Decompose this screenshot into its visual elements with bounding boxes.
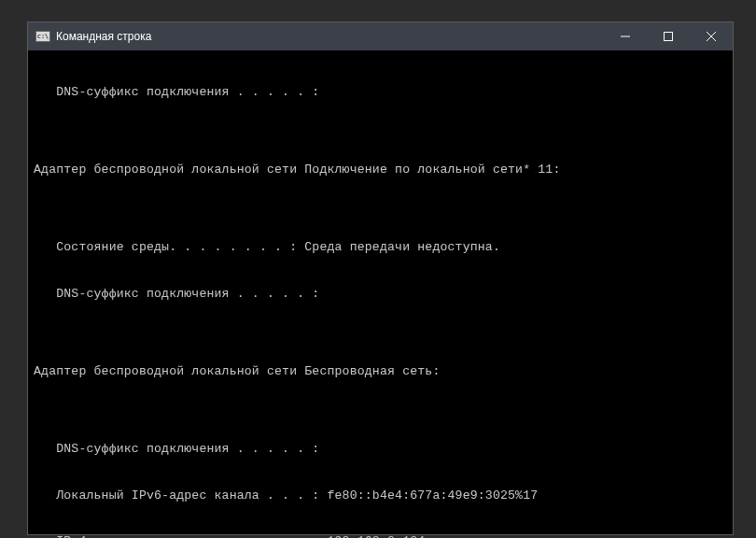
maximize-icon — [664, 32, 673, 41]
minimize-icon — [621, 32, 630, 41]
window-controls — [604, 22, 733, 50]
titlebar[interactable]: Командная строка — [28, 22, 733, 50]
maximize-button[interactable] — [647, 22, 690, 50]
output-line: DNS-суффикс подключения . . . . . : — [34, 287, 727, 303]
svg-rect-1 — [665, 33, 673, 41]
output-line: Адаптер беспроводной локальной сети Бесп… — [34, 364, 727, 380]
output-line: DNS-суффикс подключения . . . . . : — [34, 85, 727, 101]
minimize-button[interactable] — [604, 22, 647, 50]
command-prompt-window: Командная строка DNS-суффикс подключения… — [27, 21, 734, 535]
output-line: Локальный IPv6-адрес канала . . . : fe80… — [34, 488, 727, 504]
close-icon — [707, 32, 716, 41]
output-line: Адаптер беспроводной локальной сети Подк… — [34, 163, 727, 178]
output-line: IPv4-адрес. . . . . . . . . . . . : 192.… — [34, 534, 727, 538]
terminal-output[interactable]: DNS-суффикс подключения . . . . . : Адап… — [28, 50, 733, 538]
output-line: DNS-суффикс подключения . . . . . : — [34, 442, 727, 458]
output-line: Состояние среды. . . . . . . . : Среда п… — [34, 240, 727, 256]
window-title: Командная строка — [56, 30, 151, 43]
cmd-icon — [35, 31, 50, 42]
close-button[interactable] — [690, 22, 733, 50]
